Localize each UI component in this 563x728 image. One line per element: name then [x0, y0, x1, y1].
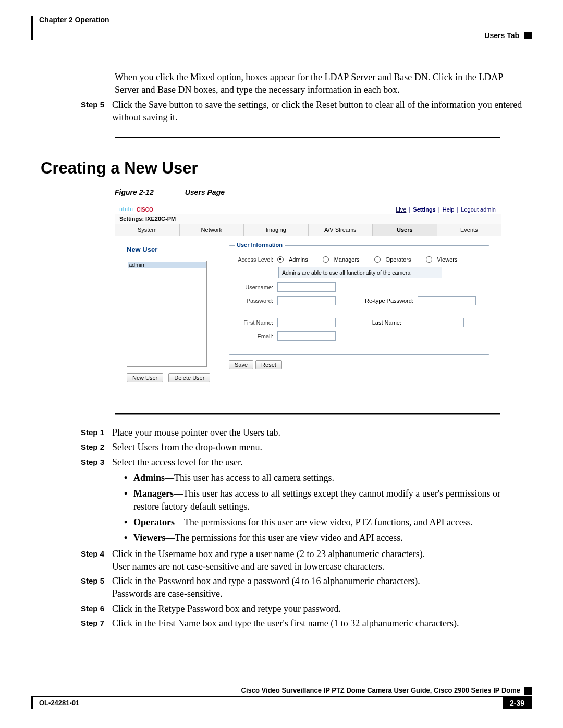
step-text: Select the access level for the user.	[112, 456, 527, 468]
access-level-list: Admins—This user has access to all camer…	[124, 472, 527, 544]
tab-imaging[interactable]: Imaging	[244, 224, 309, 236]
chapter-label: Chapter 2 Operation	[39, 16, 532, 24]
step-text: Click in the Retype Password box and ret…	[112, 602, 527, 615]
firstname-input[interactable]	[277, 318, 336, 327]
radio-operators[interactable]	[374, 256, 381, 263]
password-label: Password:	[237, 298, 273, 304]
figure-caption: Figure 2-12Users Page	[115, 188, 532, 196]
page-header: Chapter 2 Operation Users Tab	[31, 16, 532, 40]
step-label: Step 7	[81, 617, 112, 630]
footer-doc-title: Cisco Video Surveillance IP PTZ Dome Cam…	[241, 686, 520, 694]
section-tab-label: Users Tab	[484, 31, 519, 40]
step-label: Step 6	[81, 602, 112, 615]
new-user-button[interactable]: New User	[127, 373, 163, 382]
access-level-label: Access Level:	[237, 256, 273, 263]
section-heading: Creating a New User	[41, 159, 532, 178]
step-text: Click in the Username box and type a use…	[112, 548, 527, 573]
tab-system[interactable]: System	[115, 224, 180, 236]
help-link[interactable]: Help	[443, 206, 455, 213]
settings-link[interactable]: Settings	[413, 206, 435, 213]
figure-screenshot: ıılıılıı CISCO Live | Settings | Help | …	[115, 204, 501, 394]
list-item: Managers—This user has access to all set…	[124, 487, 527, 513]
list-item[interactable]: admin	[128, 262, 206, 268]
header-marker-icon	[524, 32, 532, 39]
step-text: Place your mouse pointer over the Users …	[112, 426, 527, 439]
save-button[interactable]: Save	[229, 360, 253, 369]
figure-number: Figure 2-12	[115, 188, 154, 196]
footer-pagenum: 2-39	[503, 697, 532, 709]
step-label: Step 1	[81, 426, 112, 439]
tab-users[interactable]: Users	[373, 224, 437, 236]
username-input[interactable]	[277, 282, 336, 292]
step-label: Step 5	[81, 575, 112, 600]
list-item: Viewers—The permissions for this user ar…	[124, 532, 527, 544]
panel-title: New User	[127, 245, 215, 253]
email-input[interactable]	[277, 331, 336, 341]
footer-docnum: OL-24281-01	[31, 697, 79, 709]
tab-bar: System Network Imaging A/V Streams Users…	[115, 224, 501, 236]
retype-password-label: Re-type Password:	[365, 298, 413, 304]
footer-marker-icon	[524, 687, 532, 695]
divider	[115, 137, 500, 138]
radio-admins[interactable]	[277, 256, 284, 263]
tab-avstreams[interactable]: A/V Streams	[309, 224, 373, 236]
retype-password-input[interactable]	[418, 296, 476, 305]
live-link[interactable]: Live	[396, 206, 406, 213]
username-label: Username:	[237, 284, 273, 290]
tab-events[interactable]: Events	[437, 224, 501, 236]
step-label: Step 5	[81, 98, 112, 124]
divider	[115, 413, 500, 415]
fieldset-legend: User Information	[235, 242, 285, 248]
logout-link[interactable]: Logout admin	[461, 206, 496, 213]
delete-user-button[interactable]: Delete User	[168, 373, 210, 382]
settings-breadcrumb: Settings: IXE20C-PM	[115, 214, 501, 224]
logo: ıılıılıı CISCO	[119, 207, 153, 213]
list-item: Admins—This user has access to all camer…	[124, 472, 527, 484]
step-label: Step 3	[81, 456, 112, 468]
radio-viewers[interactable]	[426, 256, 432, 263]
radio-managers[interactable]	[323, 256, 329, 263]
step-text: Click the Save button to save the settin…	[112, 98, 527, 124]
lastname-label: Last Name:	[365, 319, 401, 326]
role-description: Admins are able to use all functionality…	[278, 267, 442, 278]
email-label: Email:	[237, 333, 273, 339]
step-text: Click in the First Name box and type the…	[112, 617, 527, 630]
step-text: Select Users from the drop-down menu.	[112, 441, 527, 453]
top-nav: Live | Settings | Help | Logout admin	[395, 206, 497, 213]
page-footer: Cisco Video Surveillance IP PTZ Dome Cam…	[31, 686, 532, 709]
firstname-label: First Name:	[237, 319, 273, 326]
figure-title: Users Page	[185, 188, 225, 196]
user-listbox[interactable]: admin	[127, 261, 207, 367]
tab-network[interactable]: Network	[180, 224, 244, 236]
password-input[interactable]	[277, 296, 336, 305]
step-text: Click in the Password box and type a pas…	[112, 575, 527, 600]
step-label: Step 2	[81, 441, 112, 453]
lastname-input[interactable]	[406, 318, 464, 327]
step-label: Step 4	[81, 548, 112, 573]
list-item: Operators—The permissions for this user …	[124, 516, 527, 528]
intro-paragraph: When you click the Mixed option, boxes a…	[115, 71, 527, 96]
reset-button[interactable]: Reset	[255, 360, 282, 369]
